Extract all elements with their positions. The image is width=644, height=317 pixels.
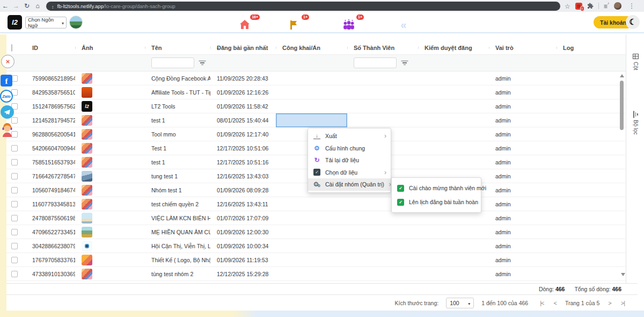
row-checkbox[interactable] — [11, 243, 18, 249]
filters-panel-tab[interactable]: Bộ lọc — [626, 112, 644, 135]
row-checkbox[interactable] — [11, 257, 18, 263]
group-thumbnail[interactable] — [82, 171, 92, 182]
row-checkbox[interactable] — [11, 159, 18, 165]
support-agent-icon[interactable] — [1, 123, 14, 137]
col-header-members[interactable]: Số Thành Viên — [347, 45, 418, 51]
filter-icon[interactable] — [199, 61, 206, 66]
col-header-name[interactable]: Tên — [145, 45, 210, 51]
context-menu-item[interactable]: Chọn dữ liệu — [308, 167, 391, 179]
tab-flag[interactable]: 1+ — [283, 17, 305, 32]
cell-visibility[interactable] — [276, 71, 347, 85]
group-thumbnail[interactable] — [82, 255, 92, 265]
address-bar[interactable]: fb-lt2tools.netlify.app/lo-care-group/da… — [46, 2, 560, 11]
cell-group-name[interactable]: MẸ HIỀN QUAN ÂM CỨU ... — [145, 225, 210, 239]
row-checkbox[interactable] — [11, 229, 18, 235]
adblock-extension-icon[interactable]: 0 — [575, 3, 582, 10]
cell-group-name[interactable]: Hội Cận Thị, Viễn Thị, Loạ... — [145, 239, 210, 253]
prev-page-button[interactable]: < — [552, 300, 557, 306]
filter-icon[interactable] — [401, 61, 408, 66]
cell-visibility[interactable] — [276, 99, 347, 113]
name-filter-input[interactable] — [151, 57, 194, 68]
group-thumbnail[interactable] — [82, 213, 92, 224]
cell-group-name[interactable]: Test 1 — [145, 141, 210, 155]
table-row[interactable]: 247808755061988 VIỆC LÀM KCN BIÊN HOÀ ..… — [6, 211, 626, 225]
cell-group-name[interactable]: Nhóm test 1 — [145, 183, 210, 197]
browser-home-icon[interactable] — [32, 0, 43, 12]
cell-visibility[interactable] — [276, 253, 347, 267]
cell-visibility[interactable] — [276, 211, 347, 225]
table-row[interactable]: 473389101303694 tùng test nhóm 2 12/12/2… — [6, 267, 626, 281]
scrollbar-up-arrow[interactable] — [620, 74, 624, 77]
context-menu-item[interactable]: Cài đặt nhóm (Quản trị) — [308, 178, 391, 191]
table-row[interactable]: 1160779334581315 test chiếm quyền 2 12/1… — [6, 197, 626, 211]
cell-group-name[interactable]: Tool mmo — [145, 127, 210, 141]
cell-group-name[interactable]: test 1 — [145, 155, 210, 169]
page-size-select[interactable]: 100 — [446, 298, 474, 308]
col-header-id[interactable]: ID — [26, 45, 75, 51]
cell-group-name[interactable]: VIỆC LÀM KCN BIÊN HOÀ ... — [145, 211, 210, 225]
group-thumbnail[interactable] — [82, 87, 92, 98]
first-page-button[interactable]: |< — [539, 300, 545, 306]
col-header-role[interactable]: Vai trò — [489, 45, 557, 51]
group-thumbnail[interactable] — [82, 115, 92, 126]
cell-visibility[interactable] — [276, 267, 347, 281]
row-checkbox[interactable] — [11, 187, 18, 193]
table-row[interactable]: 1512478695756291 l2 LT2 Tools 01/09/2026… — [6, 99, 626, 113]
group-thumbnail[interactable] — [82, 227, 92, 237]
context-submenu-item[interactable]: Cài chào mừng thành viên mới — [392, 181, 481, 195]
cell-group-name[interactable]: Cộng Đồng Facebook Ads... — [145, 71, 210, 85]
select-all-checkbox[interactable] — [11, 44, 12, 52]
group-thumbnail[interactable] — [82, 199, 92, 210]
members-filter-input[interactable] — [354, 57, 397, 68]
telegram-icon[interactable] — [1, 105, 14, 119]
browser-back-icon[interactable] — [0, 0, 11, 12]
group-thumbnail[interactable] — [82, 185, 92, 196]
cell-group-name[interactable]: tùng test nhóm 2 — [145, 267, 210, 281]
table-row[interactable]: 842953587565102 Affiliate Tools - TUT - … — [6, 85, 626, 99]
cell-group-name[interactable]: test chiếm quyền 2 — [145, 197, 210, 211]
lt2-logo[interactable]: l2 — [8, 15, 22, 30]
scrollbar-down-arrow[interactable] — [621, 273, 625, 276]
cell-visibility[interactable] — [276, 239, 347, 253]
group-thumbnail[interactable] — [82, 129, 92, 140]
row-checkbox[interactable] — [11, 201, 18, 207]
tab-rewind[interactable] — [393, 17, 414, 32]
browser-reload-icon[interactable] — [21, 0, 32, 12]
cell-visibility[interactable] — [276, 85, 347, 99]
col-header-log[interactable]: Log — [557, 45, 624, 51]
site-info-icon[interactable] — [52, 1, 54, 11]
cell-group-name[interactable]: tung test 1 — [145, 169, 210, 183]
context-menu-item[interactable]: Cấu hình chung — [308, 142, 391, 155]
context-menu-item[interactable]: Xuất — [308, 130, 391, 142]
col-header-moderation[interactable]: Kiểm duyệt đăng — [418, 45, 489, 51]
extensions-puzzle-icon[interactable] — [587, 3, 594, 9]
context-menu-item[interactable]: Tải lại dữ liệu — [308, 154, 391, 167]
bookmark-star-icon[interactable] — [565, 1, 570, 11]
row-checkbox[interactable] — [11, 145, 18, 152]
media-controls-icon[interactable] — [604, 1, 610, 11]
group-thumbnail[interactable] — [82, 143, 92, 154]
facebook-icon[interactable]: f — [1, 75, 12, 87]
group-thumbnail[interactable] — [82, 157, 92, 168]
row-checkbox[interactable] — [11, 173, 18, 179]
clear-filter-close-icon[interactable] — [1, 55, 14, 68]
group-thumbnail[interactable] — [82, 73, 92, 84]
last-page-button[interactable]: >| — [620, 300, 626, 306]
table-row[interactable]: 1767970583376149 Thiết Kế ( Logo, Bộ Nhậ… — [6, 253, 626, 267]
cell-group-name[interactable]: LT2 Tools — [145, 99, 210, 113]
col-header-photo[interactable]: Ảnh — [75, 45, 145, 51]
next-page-button[interactable]: > — [607, 300, 612, 306]
browser-forward-icon[interactable] — [11, 0, 21, 12]
table-row[interactable]: 1214528179457207 test 1 08/01/2025 15:40… — [6, 113, 626, 127]
tab-groups-active[interactable]: 1+ — [338, 17, 360, 32]
context-submenu-item[interactable]: Lên lịch đăng bài tuần hoàn — [392, 195, 481, 209]
zalo-icon[interactable]: Zalo — [0, 90, 13, 103]
cell-visibility[interactable] — [276, 225, 347, 239]
browser-menu-icon[interactable] — [626, 0, 637, 12]
user-avatar[interactable] — [69, 16, 83, 29]
row-checkbox[interactable] — [11, 215, 18, 221]
dark-mode-toggle[interactable] — [626, 15, 640, 29]
tab-home[interactable]: 16+ — [234, 17, 255, 32]
language-select[interactable]: Chọn Ngôn Ngữ — [25, 17, 67, 28]
group-thumbnail[interactable]: l2 — [82, 101, 92, 112]
